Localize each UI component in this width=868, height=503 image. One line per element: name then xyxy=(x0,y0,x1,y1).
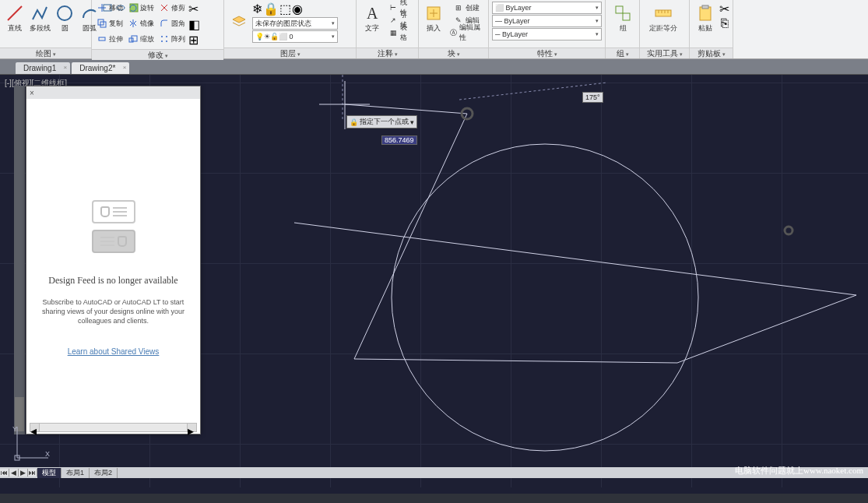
svg-line-24 xyxy=(345,104,467,114)
panel-props-title[interactable]: 特性 xyxy=(489,47,605,58)
tab-model[interactable]: 模型 xyxy=(37,468,61,478)
svg-line-0 xyxy=(8,6,22,20)
color-dropdown[interactable]: ⬜ ByLayer xyxy=(492,2,602,14)
panel-modify-title[interactable]: 修改 xyxy=(92,49,223,60)
panel-group-title[interactable]: 组 xyxy=(606,47,639,58)
tool-trim[interactable]: 修剪 xyxy=(157,2,187,14)
tool-copy[interactable]: 复制 xyxy=(95,17,125,30)
dynamic-coord[interactable]: 856.7469 xyxy=(381,135,417,145)
layer-tool-3[interactable]: ⬚ xyxy=(279,2,291,16)
nav-last[interactable]: ⏭ xyxy=(28,469,37,477)
layers-icon xyxy=(228,12,250,33)
scale-icon xyxy=(128,33,139,44)
modify-extra-1[interactable]: ✂ xyxy=(188,2,199,16)
copy-icon xyxy=(97,18,107,29)
polyline-icon xyxy=(29,2,51,24)
close-icon[interactable]: × xyxy=(64,64,68,71)
cut-icon[interactable]: ✂ xyxy=(719,2,729,16)
tool-scale[interactable]: 缩放 xyxy=(126,33,156,45)
table-icon: ▦ xyxy=(388,27,399,38)
svg-point-27 xyxy=(785,227,792,234)
tool-paste[interactable]: 粘贴 xyxy=(693,2,718,46)
panel-group: 组 组 xyxy=(606,0,640,58)
panel-annotate: A 文字 ⊢线性 ↗引线 ▦表格 注释 xyxy=(357,0,419,58)
panel-util-title[interactable]: 实用工具 xyxy=(640,47,689,58)
copy-clip-icon[interactable]: ⎘ xyxy=(721,16,729,30)
leader-icon: ↗ xyxy=(388,15,399,26)
layer-state-dropdown[interactable]: 未保存的图层状态 xyxy=(252,17,338,30)
svg-point-1 xyxy=(58,6,72,20)
svg-rect-18 xyxy=(700,7,711,20)
tool-line[interactable]: 直线 xyxy=(3,2,26,46)
svg-rect-19 xyxy=(702,5,708,9)
modify-extra-3[interactable]: ⊞ xyxy=(188,33,199,47)
panel-layers-title[interactable]: 图层 xyxy=(224,47,356,58)
tool-create-block[interactable]: ⊞创建 xyxy=(452,2,481,14)
tool-measure[interactable]: 定距等分 xyxy=(643,2,684,46)
paste-icon xyxy=(694,2,716,24)
tool-array[interactable]: 阵列 xyxy=(157,33,187,45)
dim-icon: ⊢ xyxy=(388,2,399,13)
linetype-dropdown[interactable]: ─ ByLayer xyxy=(492,28,602,40)
panel-block: 插入 ⊞创建 ✎编辑 Ⓐ编辑属性 块 xyxy=(419,0,489,58)
stretch-icon xyxy=(97,33,107,44)
panel-clip-title[interactable]: 剪贴板 xyxy=(690,47,733,58)
svg-rect-7 xyxy=(99,37,105,40)
create-icon: ⊞ xyxy=(453,2,464,13)
tab-drawing2[interactable]: Drawing2*× xyxy=(72,62,129,74)
lock-icon: 🔒 xyxy=(350,118,358,126)
svg-point-10 xyxy=(161,36,163,37)
panel-draw-title[interactable]: 绘图 xyxy=(0,47,91,58)
svg-point-11 xyxy=(166,36,167,37)
close-icon[interactable]: × xyxy=(123,64,127,71)
tool-polyline[interactable]: 多段线 xyxy=(28,2,51,46)
move-icon xyxy=(97,2,107,13)
array-icon xyxy=(159,33,170,44)
dropdown-icon[interactable]: ▾ xyxy=(410,118,414,126)
rotate-icon xyxy=(128,2,139,13)
document-tabs: Drawing1× Drawing2*× xyxy=(0,59,868,75)
tool-edit-attr[interactable]: Ⓐ编辑属性 xyxy=(447,26,485,39)
tool-fillet[interactable]: 圆角 xyxy=(157,17,187,30)
layer-tool-4[interactable]: ◉ xyxy=(292,2,303,16)
status-bar xyxy=(0,494,868,503)
modify-extra-2[interactable]: ◧ xyxy=(188,17,200,32)
tab-layout2[interactable]: 布局2 xyxy=(90,468,118,478)
nav-next[interactable]: ▶ xyxy=(19,469,28,477)
tool-stretch[interactable]: 拉伸 xyxy=(95,33,125,45)
layer-tool-2[interactable]: 🔒 xyxy=(263,2,279,16)
drawing-canvas[interactable]: [-][俯视][二维线框] × Design Feed is no longer… xyxy=(0,75,868,487)
ribbon: 直线 多段线 圆 圆弧 绘图 移动 xyxy=(0,0,868,59)
drawing-geometry xyxy=(0,75,868,487)
insert-icon xyxy=(423,2,445,24)
layer-tool-1[interactable]: ❄ xyxy=(252,2,262,16)
tab-layout1[interactable]: 布局1 xyxy=(61,468,90,478)
tool-mirror[interactable]: 镜像 xyxy=(126,17,156,30)
tool-circle[interactable]: 圆 xyxy=(53,2,76,46)
ucs-icon[interactable]: X Y xyxy=(11,425,50,464)
nav-prev[interactable]: ◀ xyxy=(9,469,19,477)
layer-current-dropdown[interactable]: 💡☀🔓⬜ 0 xyxy=(252,30,338,43)
panel-annotate-title[interactable]: 注释 xyxy=(357,47,418,58)
tool-move[interactable]: 移动 xyxy=(95,2,125,14)
nav-first[interactable]: ⏮ xyxy=(0,469,9,477)
tool-group[interactable]: 组 xyxy=(609,2,637,33)
svg-text:X: X xyxy=(45,450,50,458)
layer-props-button[interactable] xyxy=(227,11,251,34)
dynamic-prompt: 🔒 指定下一个点或 ▾ xyxy=(346,115,417,128)
tool-text[interactable]: A 文字 xyxy=(360,2,385,46)
watermark: 电脑软件问题就上www.naoket.com xyxy=(735,465,863,477)
svg-text:Y: Y xyxy=(12,425,17,433)
panel-modify: 移动 旋转 修剪 ✂ 复制 镜像 圆角 ◧ 拉伸 缩放 阵列 ⊞ 修改 xyxy=(92,0,224,58)
svg-rect-16 xyxy=(623,13,630,20)
panel-block-title[interactable]: 块 xyxy=(419,47,488,58)
tab-drawing1[interactable]: Drawing1× xyxy=(16,62,70,74)
text-icon: A xyxy=(361,2,383,24)
svg-point-25 xyxy=(392,144,698,451)
tool-table[interactable]: ▦表格 xyxy=(387,26,415,39)
svg-rect-15 xyxy=(616,6,623,13)
tool-rotate[interactable]: 旋转 xyxy=(126,2,156,14)
tool-insert[interactable]: 插入 xyxy=(422,2,445,46)
attr-icon: Ⓐ xyxy=(448,27,458,38)
lineweight-dropdown[interactable]: — ByLayer xyxy=(492,15,602,27)
